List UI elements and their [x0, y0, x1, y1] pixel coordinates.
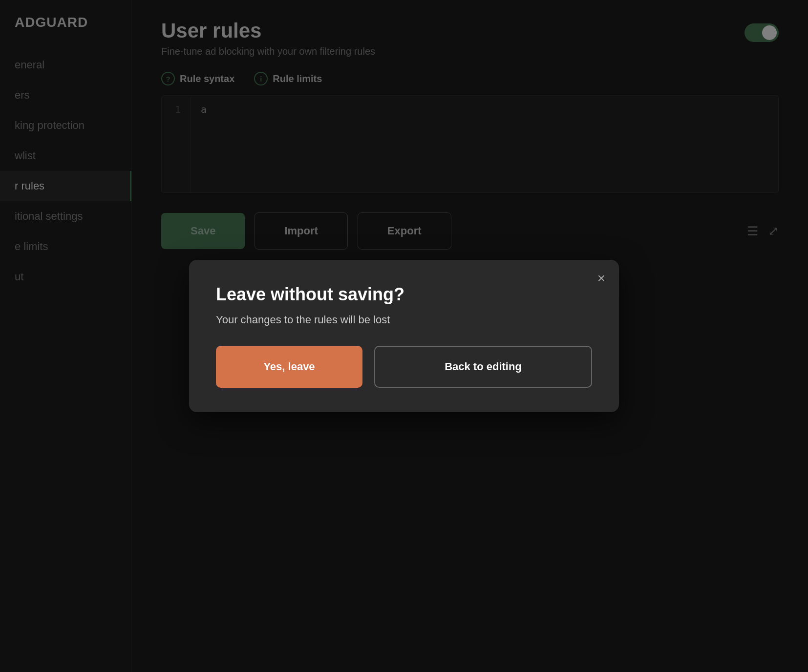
back-to-editing-button[interactable]: Back to editing: [374, 346, 592, 388]
dialog-body: Your changes to the rules will be lost: [216, 314, 592, 326]
leave-dialog: × Leave without saving? Your changes to …: [189, 260, 619, 412]
modal-overlay: × Leave without saving? Your changes to …: [0, 0, 808, 672]
dialog-title: Leave without saving?: [216, 284, 592, 305]
close-button[interactable]: ×: [597, 272, 605, 285]
dialog-actions: Yes, leave Back to editing: [216, 346, 592, 388]
yes-leave-button[interactable]: Yes, leave: [216, 346, 362, 388]
